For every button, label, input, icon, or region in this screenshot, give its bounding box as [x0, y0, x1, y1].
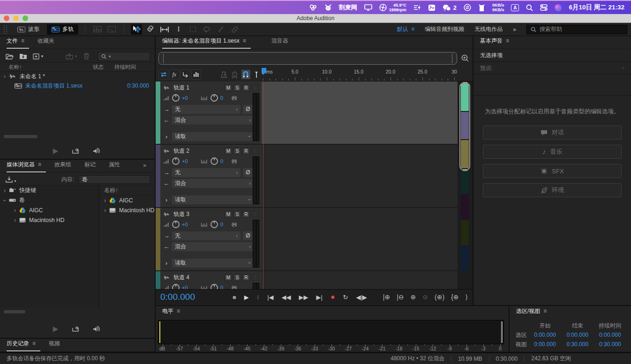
more-button[interactable]: ⟩ [466, 293, 468, 301]
view-start[interactable]: 0:00.000 [529, 341, 561, 348]
tab-mixer[interactable]: 混音器 [271, 37, 293, 49]
horizontal-scrollbar[interactable] [4, 135, 38, 138]
spectral-frequency-icon[interactable] [92, 24, 103, 35]
knob[interactable] [172, 283, 180, 289]
site-menu-label[interactable]: 割麦网 [339, 3, 357, 12]
input-monitor-button[interactable]: I [251, 274, 259, 281]
monitor-icon[interactable]: ((•)) [232, 285, 236, 289]
track-lane[interactable] [262, 145, 458, 207]
loop-playback-icon[interactable] [71, 326, 80, 333]
network-speed-item[interactable]: 0KB/s0KB/s [492, 3, 504, 12]
solo-button[interactable]: S [233, 211, 241, 218]
show-effects-button[interactable]: fx [169, 69, 179, 80]
pan-value[interactable]: 0 [220, 158, 229, 164]
expand-chevron[interactable]: › [163, 133, 170, 140]
tab-properties[interactable]: 属性 [109, 161, 125, 172]
knob[interactable] [210, 220, 218, 229]
switch-menu-icon[interactable] [464, 4, 471, 11]
file-row[interactable]: › 未命名 1 * [0, 72, 155, 81]
file-row[interactable]: 未命名混音项目 1.sesx 0:30.000 [0, 81, 155, 90]
knob[interactable] [172, 157, 180, 165]
zoom-reset-button[interactable]: (⊕) [435, 293, 444, 301]
solo-button[interactable]: S [233, 84, 241, 91]
battery-menu-icon[interactable] [413, 4, 421, 11]
zoom-in-time-button[interactable]: ⊕ [411, 293, 416, 301]
tree-item[interactable]: › 快捷键 [0, 186, 99, 195]
volume-value[interactable]: +0 [182, 285, 190, 289]
column-duration[interactable]: 持续时间 [114, 64, 155, 71]
volume-value[interactable]: +0 [182, 158, 190, 164]
navigator-zoom-icon[interactable] [461, 54, 470, 63]
output-select[interactable]: 混合› [172, 242, 254, 251]
solo-button[interactable]: S [233, 148, 241, 155]
zoom-in-amplitude-button[interactable]: |⊕ [383, 293, 390, 301]
stop-button[interactable]: ■ [233, 294, 236, 300]
workspace-edit-audio-video[interactable]: 编辑音频到视频 [425, 25, 464, 33]
phase-button[interactable]: Ø [243, 168, 253, 177]
expand-chevron[interactable]: › [163, 196, 170, 203]
photos-menu-icon[interactable] [428, 4, 436, 11]
arm-record-button[interactable]: R [242, 211, 250, 218]
input-select[interactable]: 无› [172, 231, 240, 240]
expand-chevron[interactable]: › [163, 260, 170, 267]
spectral-pitch-icon[interactable] [106, 24, 117, 35]
overview-track-segment[interactable] [461, 169, 469, 193]
menubar-clock[interactable]: 6月10日 周二 21:32 [569, 3, 624, 12]
pan-value[interactable]: 0 [220, 285, 229, 289]
text-tool[interactable]: I [173, 24, 184, 35]
play-button[interactable]: ▶ [244, 294, 249, 300]
track-color-strip[interactable] [156, 145, 160, 207]
tab-history[interactable]: 历史记录≡ [7, 340, 40, 351]
list-item[interactable]: ›AIGC [99, 195, 155, 205]
music-type-button[interactable]: ♪ 音乐 [483, 145, 622, 159]
metronome-toggle[interactable] [219, 69, 229, 80]
automation-select[interactable]: 读取› [172, 259, 254, 267]
selection-duration[interactable]: 0:00.000 [594, 332, 626, 338]
control-center-icon[interactable] [540, 4, 548, 11]
timeline-ruler[interactable]: hms 5.010.015.020.025.030 [262, 67, 458, 82]
metering-button[interactable] [191, 69, 201, 80]
track-name[interactable]: 轨道 2 [173, 147, 189, 155]
monitor-input-toggle[interactable] [230, 69, 240, 80]
output-select[interactable]: 混合› [172, 116, 254, 125]
monitor-icon[interactable]: ((•)) [232, 96, 236, 100]
expand-chevron[interactable]: › [104, 197, 106, 204]
tree-item[interactable]: › AIGC [0, 205, 99, 215]
zoom-in-point-button[interactable]: {⊕ [451, 293, 458, 301]
track-color-strip[interactable] [156, 82, 160, 144]
pan-value[interactable]: 0 [220, 95, 229, 101]
track-color-strip[interactable] [156, 271, 160, 289]
knob[interactable] [172, 94, 180, 102]
input-monitor-button[interactable]: I [251, 84, 259, 91]
expand-chevron[interactable]: › [4, 187, 6, 194]
tab-video[interactable]: 视频 [49, 340, 65, 351]
playhead-time[interactable]: 0:00.000 [160, 292, 233, 302]
tab-markers[interactable]: 标记 [84, 161, 100, 172]
arm-record-button[interactable]: R [242, 84, 250, 91]
mute-button[interactable]: M [225, 148, 232, 155]
track-name[interactable]: 轨道 4 [173, 274, 189, 282]
fast-forward-button[interactable]: ▶▶ [299, 294, 308, 300]
waveform-view-button[interactable]: 波形 [13, 24, 44, 35]
bull-app-menu-icon[interactable] [324, 4, 332, 11]
volume-value[interactable]: +0 [182, 95, 190, 101]
content-select[interactable]: 卷 [79, 175, 150, 184]
track-lane[interactable] [262, 82, 458, 144]
automation-select[interactable]: 读取› [172, 195, 254, 204]
overview-track-segment[interactable] [461, 221, 469, 245]
track-name[interactable]: 轨道 3 [173, 210, 189, 218]
spotlight-search-icon[interactable] [526, 4, 533, 11]
overview-track-segment[interactable] [461, 246, 469, 270]
input-select[interactable]: 无› [172, 168, 240, 177]
auto-play-speaker-icon[interactable] [93, 148, 102, 155]
paintbrush-tool[interactable] [215, 24, 226, 35]
monitor-icon[interactable]: ((•)) [232, 159, 236, 163]
expand-chevron[interactable]: › [104, 207, 106, 214]
selection-start[interactable]: 0:00.000 [529, 332, 561, 338]
track-color-strip[interactable] [156, 208, 160, 270]
expand-chevron[interactable]: › [4, 197, 6, 204]
track-name[interactable]: 轨道 1 [173, 84, 189, 92]
spot-healing-brush-tool[interactable] [229, 24, 240, 35]
zoom-navigator[interactable] [158, 52, 457, 65]
toolbar-grip[interactable] [4, 25, 7, 34]
